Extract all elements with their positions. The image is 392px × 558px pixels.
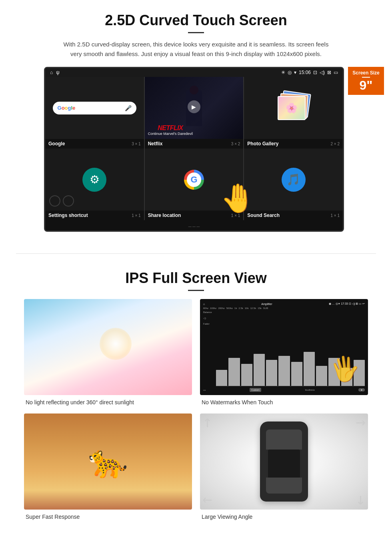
gallery-card-3: 🌸 [278,96,306,120]
eq-bar-8 [316,366,327,386]
arrow-top-right: ↗ [352,414,368,431]
freq-label: SUB [263,307,268,309]
arrow-top-left: ↗ [200,414,216,431]
freq-label: 1k [234,307,237,309]
section1-title: 2.5D Curved Touch Screen [24,12,368,29]
sky-visual [24,299,192,395]
flower-icon: 🌸 [286,102,298,114]
amp-title: Amplifier [261,303,272,305]
home-icon[interactable]: ⌂ [50,70,53,75]
sound-label: Sound Search 1 × 1 [244,211,343,220]
status-right: ✳ ◎ ▾ 15:06 ⊡ ◁) ⊠ ▭ [281,70,338,75]
eq-bar-3 [254,354,265,386]
share-cell[interactable]: G 🤚 [145,149,244,211]
dd-head [190,86,198,94]
eq-bar-1 [228,358,240,386]
fast-label: Super Fast Response [24,514,192,520]
camera-icon[interactable]: ⊡ [313,70,317,75]
netflix-cell[interactable]: ▶ NETFLIX Continue Marvel's Daredevil [145,77,244,139]
feature-sunlight: No light reflecting under 360° direct su… [24,299,192,405]
mic-icon[interactable]: 🎤 [125,105,132,111]
settings-label: Settings shortcut 1 × 1 [45,211,144,220]
location-icon: ◎ [288,70,292,75]
ghost-circle-1 [49,195,60,207]
feature-watermark: ⌂ Amplifier ◉ … ◎ ▾ 17:33 ⊡ ◁) ⊠ ▭ ↩ 60h… [200,299,368,405]
freq-label: 200hz [218,307,224,309]
amplifier-image: ⌂ Amplifier ◉ … ◎ ▾ 17:33 ⊡ ◁) ⊠ ▭ ↩ 60h… [200,299,368,395]
amp-freq-labels: 60hz 100hz 200hz 500hz 1k 2.5k 10k 12.5k… [203,307,365,309]
settings-icon: ⚙ [82,168,106,192]
gallery-name: Photo Gallery [247,141,278,147]
hand-touch-icon: 🖐 [328,352,362,385]
section-divider [16,253,376,254]
gallery-stack: 🌸 [278,92,310,124]
freq-label: 15k [258,307,262,309]
window-icon[interactable]: ▭ [334,70,338,75]
app-label-row-top: Google 3 × 1 Netflix 3 × 2 Photo Gallery… [45,139,343,149]
amp-home-icon: ⌂ [203,303,205,305]
amp-bottom: «» Custom loudness ● [203,388,365,392]
usb-icon: ψ [56,70,60,75]
car-top-view [260,422,308,502]
fader-label: Fader [203,323,214,325]
section1-desc: With 2.5D curved-display screen, this de… [60,40,332,59]
amp-custom-btn[interactable]: Custom [250,388,261,392]
freq-label: 100hz [210,307,216,309]
bluetooth-icon: ✳ [281,70,285,75]
amp-status-bar: ⌂ Amplifier ◉ … ◎ ▾ 17:33 ⊡ ◁) ⊠ ▭ ↩ [203,302,365,305]
share-name: Share location [148,213,181,218]
cheetah-visual: 🐆 [24,413,192,510]
status-time: 15:06 [299,70,311,75]
netflix-name: Netflix [148,141,163,147]
arrow-bottom-left: ↗ [200,492,216,509]
netflix-subtitle: Continue Marvel's Daredevil [148,132,193,136]
amp-icons: ◉ … ◎ ▾ 17:33 ⊡ ◁) ⊠ ▭ ↩ [329,302,365,305]
netflix-label: Netflix 3 × 2 [145,139,244,149]
google-search-bar[interactable]: Google 🎤 [53,102,137,114]
netflix-logo: NETFLIX [148,124,193,132]
freq-label: 60hz [203,307,208,309]
car-windshield [266,430,302,450]
title-underline-2 [188,290,204,291]
sun-glow [100,328,132,360]
play-button[interactable]: ▶ [188,100,200,113]
amp-labels: Balance ◁) Fader [203,311,214,386]
cheetah-image: 🐆 [24,413,192,510]
gmaps-wrapper: G [184,170,204,190]
gallery-cell[interactable]: 🌸 [244,77,343,139]
share-label: Share location 1 × 1 [145,211,244,220]
feature-fast: 🐆 Super Fast Response [24,413,192,520]
status-bar: ⌂ ψ ✳ ◎ ▾ 15:06 ⊡ ◁) ⊠ ▭ [45,68,343,77]
settings-size: 1 × 1 [132,213,141,218]
balance-label: Balance [203,311,214,313]
loudness-toggle[interactable]: ● [358,388,365,391]
sound-size: 1 × 1 [330,213,340,218]
freq-label: 12.5k [250,307,256,309]
gallery-label: Photo Gallery 2 × 2 [244,139,343,149]
eq-bar-4 [266,360,277,386]
device-wrapper: Screen Size 9" ⌂ ψ ✳ ◎ ▾ 15:06 ⊡ ◁) ⊠ [44,67,348,232]
volume-label: ◁) [203,317,214,319]
ghost-icons [49,195,74,207]
google-cell[interactable]: Google 🎤 [45,77,144,139]
gmaps-circle: G [184,170,204,190]
screen-badge-underline [362,77,370,78]
freq-label: 10k [245,307,249,309]
app-grid: Google 🎤 ▶ NETFLIX Continue [45,77,343,139]
close-icon[interactable]: ⊠ [327,70,331,75]
eq-bar-7 [304,352,315,386]
app-label-row-bottom: Settings shortcut 1 × 1 Share location 1… [45,211,343,220]
wifi-icon: ▾ [294,70,296,75]
volume-icon[interactable]: ◁) [320,70,325,75]
device-screen: ⌂ ψ ✳ ◎ ▾ 15:06 ⊡ ◁) ⊠ ▭ [44,67,344,232]
google-name: Google [48,141,65,147]
gmaps-g-letter: G [187,173,201,187]
freq-label: 500hz [226,307,233,309]
ghost-circle-2 [63,195,74,207]
section-ips: IPS Full Screen View No light reflecting… [0,266,392,532]
netflix-size: 3 × 2 [231,142,240,146]
eq-bar-0 [216,370,227,386]
google-logo: Google [58,105,76,111]
sound-cell[interactable]: 🎵 [244,149,343,211]
settings-cell[interactable]: ⚙ [45,149,144,211]
